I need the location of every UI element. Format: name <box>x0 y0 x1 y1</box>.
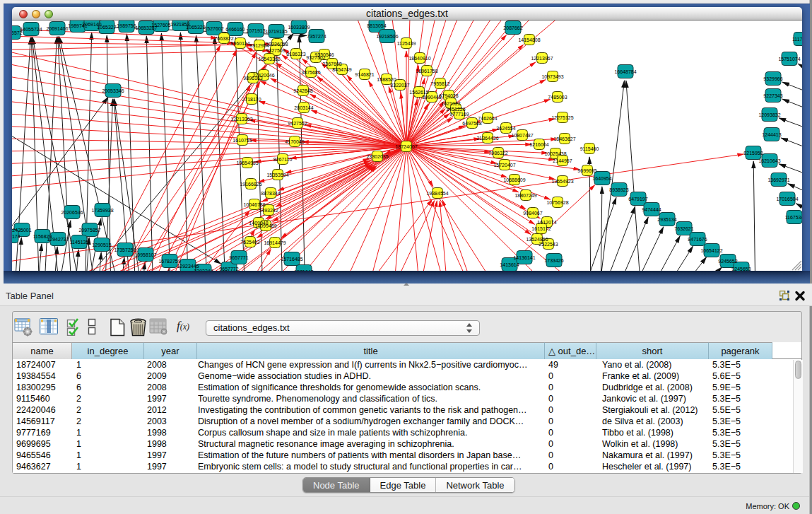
svg-text:1117235: 1117235 <box>792 37 802 42</box>
svg-text:9084067: 9084067 <box>523 211 542 216</box>
svg-text:2367608: 2367608 <box>322 62 341 66</box>
svg-text:9245652: 9245652 <box>718 259 737 264</box>
svg-text:6466160: 6466160 <box>225 27 245 32</box>
svg-text:15353594: 15353594 <box>266 173 288 177</box>
svg-text:10756928: 10756928 <box>546 200 568 205</box>
svg-text:1065327: 1065327 <box>97 25 116 30</box>
svg-text:8938923: 8938923 <box>609 187 628 192</box>
svg-text:14136141: 14136141 <box>513 255 535 260</box>
svg-text:3451226: 3451226 <box>446 107 465 112</box>
svg-text:1290515: 1290515 <box>92 243 111 247</box>
svg-text:9777169: 9777169 <box>449 112 469 117</box>
svg-text:1571648: 1571648 <box>294 269 313 271</box>
svg-text:7462664: 7462664 <box>478 116 497 121</box>
svg-text:1562615: 1562615 <box>409 90 428 95</box>
svg-text:1125439: 1125439 <box>397 41 416 46</box>
svg-text:9427552: 9427552 <box>288 121 307 126</box>
svg-text:1071913: 1071913 <box>246 28 265 33</box>
svg-text:10973493: 10973493 <box>541 74 563 79</box>
svg-text:10958107: 10958107 <box>134 252 156 257</box>
svg-text:9329966: 9329966 <box>763 76 782 81</box>
svg-text:7632621: 7632621 <box>674 226 693 231</box>
svg-text:12942737: 12942737 <box>47 237 69 242</box>
svg-text:8960124: 8960124 <box>230 41 249 46</box>
svg-text:19166825: 19166825 <box>240 182 261 187</box>
svg-text:14055724: 14055724 <box>20 27 42 32</box>
svg-text:12923445: 12923445 <box>177 264 199 269</box>
svg-text:2718170: 2718170 <box>242 97 261 102</box>
svg-text:1413614: 1413614 <box>500 262 519 267</box>
svg-text:2522543: 2522543 <box>539 242 558 247</box>
svg-text:7955812: 7955812 <box>430 81 449 86</box>
svg-text:8322037: 8322037 <box>390 83 409 88</box>
svg-text:10654122: 10654122 <box>700 248 722 253</box>
svg-text:12213363: 12213363 <box>230 117 252 122</box>
svg-text:53226058: 53226058 <box>266 42 288 47</box>
svg-text:1167534: 1167534 <box>785 215 802 220</box>
svg-text:6497568: 6497568 <box>462 121 481 126</box>
svg-text:7663822: 7663822 <box>214 36 233 41</box>
svg-text:13654923: 13654923 <box>551 179 573 184</box>
svg-text:10719135: 10719135 <box>265 29 287 34</box>
svg-text:17016504: 17016504 <box>776 197 798 201</box>
svg-text:3915174: 3915174 <box>12 234 20 239</box>
svg-text:8267110: 8267110 <box>273 157 293 162</box>
svg-text:23302035: 23302035 <box>366 154 388 159</box>
svg-text:3624554: 3624554 <box>496 126 515 131</box>
svg-text:16543362: 16543362 <box>258 57 280 62</box>
svg-text:16961758: 16961758 <box>416 69 437 74</box>
svg-text:8454749: 8454749 <box>332 67 351 72</box>
svg-text:18807249: 18807249 <box>514 193 536 198</box>
svg-text:1527602: 1527602 <box>204 26 223 31</box>
svg-text:1065328: 1065328 <box>186 25 205 30</box>
svg-text:14099489: 14099489 <box>254 223 276 228</box>
svg-text:6794028: 6794028 <box>439 93 458 98</box>
svg-text:8813054: 8813054 <box>367 23 386 28</box>
svg-text:2144957: 2144957 <box>553 158 572 163</box>
svg-text:9657772: 9657772 <box>219 267 238 271</box>
svg-text:19218506: 19218506 <box>376 34 398 39</box>
svg-text:19384554: 19384554 <box>426 191 448 196</box>
svg-text:1733426: 1733426 <box>544 258 563 263</box>
svg-text:9474444: 9474444 <box>642 207 661 212</box>
svg-text:18640910: 18640910 <box>408 56 430 61</box>
svg-text:3875685: 3875685 <box>301 70 320 75</box>
svg-text:19654985: 19654985 <box>236 160 258 165</box>
svg-text:17357255: 17357255 <box>114 247 136 252</box>
svg-text:16914479: 16914479 <box>264 240 286 245</box>
svg-text:1145135: 1145135 <box>70 240 89 245</box>
svg-text:7986322: 7986322 <box>488 151 507 156</box>
svg-text:1610755: 1610755 <box>233 138 252 143</box>
svg-text:16210643: 16210643 <box>758 158 780 163</box>
svg-text:7357274: 7357274 <box>307 34 326 39</box>
svg-text:9350546: 9350546 <box>314 52 334 57</box>
svg-text:6479197: 6479197 <box>628 197 647 201</box>
svg-text:13524856: 13524856 <box>526 237 548 242</box>
svg-text:13692971: 13692971 <box>767 177 789 182</box>
svg-text:20691406: 20691406 <box>46 26 68 31</box>
svg-text:9327509: 9327509 <box>266 48 285 53</box>
svg-text:16782759: 16782759 <box>158 259 180 264</box>
svg-text:14154808: 14154808 <box>518 37 540 42</box>
svg-text:1640954: 1640954 <box>592 176 611 181</box>
svg-text:1615172: 1615172 <box>531 226 551 231</box>
svg-text:21364436: 21364436 <box>476 136 498 141</box>
svg-text:2935134: 2935134 <box>657 217 676 222</box>
svg-text:16033809: 16033809 <box>288 25 310 30</box>
svg-text:9245653: 9245653 <box>731 267 751 271</box>
svg-text:2435001: 2435001 <box>12 228 31 233</box>
svg-text:4170046: 4170046 <box>285 139 304 144</box>
svg-text:15720407: 15720407 <box>493 163 515 168</box>
svg-text:15751074: 15751074 <box>778 57 800 62</box>
svg-text:18724007: 18724007 <box>395 144 417 149</box>
svg-text:8471676: 8471676 <box>688 237 707 242</box>
svg-text:20206536: 20206536 <box>61 210 83 215</box>
svg-text:8878344: 8878344 <box>261 191 280 196</box>
svg-text:1621022: 1621022 <box>441 101 460 106</box>
svg-text:5493242: 5493242 <box>259 208 278 213</box>
svg-text:10807487: 10807487 <box>511 133 533 138</box>
svg-text:1244413: 1244413 <box>762 132 781 137</box>
svg-text:20053346: 20053346 <box>102 88 124 93</box>
svg-text:6216004: 6216004 <box>529 142 548 147</box>
svg-text:7625402: 7625402 <box>240 240 259 245</box>
